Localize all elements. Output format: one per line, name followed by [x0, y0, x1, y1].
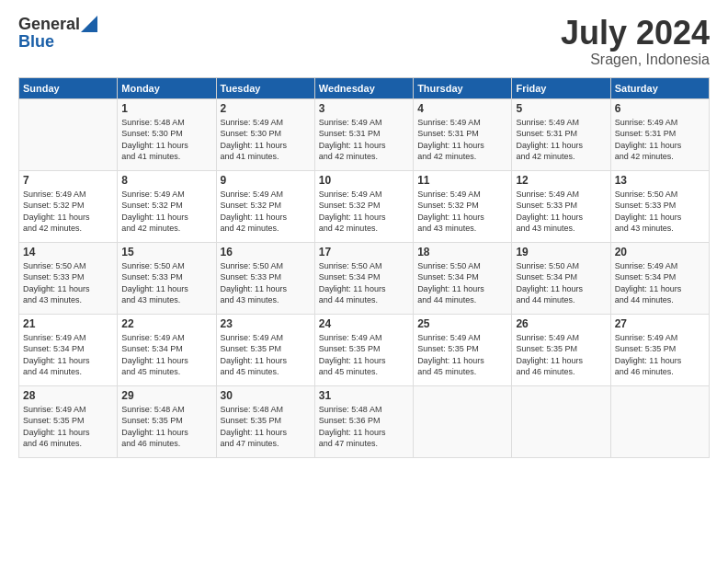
day-cell — [19, 98, 118, 170]
day-number: 4 — [417, 102, 507, 115]
day-number: 12 — [516, 174, 606, 187]
col-tuesday: Tuesday — [216, 77, 314, 98]
day-info: Sunrise: 5:49 AMSunset: 5:31 PMDaylight:… — [319, 117, 409, 163]
day-cell: 14 Sunrise: 5:50 AMSunset: 5:33 PMDaylig… — [19, 242, 118, 314]
day-number: 22 — [121, 317, 211, 330]
day-number: 24 — [319, 317, 409, 330]
day-number: 19 — [516, 246, 606, 259]
day-number: 16 — [221, 246, 311, 259]
day-cell: 17 Sunrise: 5:50 AMSunset: 5:34 PMDaylig… — [314, 242, 413, 314]
day-number: 26 — [516, 317, 606, 330]
day-cell: 4 Sunrise: 5:49 AMSunset: 5:31 PMDayligh… — [414, 98, 512, 170]
day-number: 31 — [319, 389, 409, 402]
day-number: 21 — [23, 317, 113, 330]
week-row-2: 7 Sunrise: 5:49 AMSunset: 5:32 PMDayligh… — [19, 170, 710, 242]
day-cell: 26 Sunrise: 5:49 AMSunset: 5:35 PMDaylig… — [512, 314, 610, 385]
col-monday: Monday — [118, 77, 216, 98]
day-number: 25 — [417, 317, 507, 330]
day-number: 23 — [221, 317, 311, 330]
day-cell: 15 Sunrise: 5:50 AMSunset: 5:33 PMDaylig… — [118, 242, 216, 314]
day-info: Sunrise: 5:49 AMSunset: 5:31 PMDaylight:… — [417, 117, 507, 163]
day-number: 14 — [23, 246, 113, 259]
day-info: Sunrise: 5:49 AMSunset: 5:32 PMDaylight:… — [221, 189, 311, 235]
day-cell: 13 Sunrise: 5:50 AMSunset: 5:33 PMDaylig… — [610, 170, 709, 242]
day-info: Sunrise: 5:49 AMSunset: 5:30 PMDaylight:… — [221, 117, 311, 163]
day-info: Sunrise: 5:50 AMSunset: 5:34 PMDaylight:… — [516, 260, 606, 306]
day-cell — [414, 385, 512, 457]
day-cell: 9 Sunrise: 5:49 AMSunset: 5:32 PMDayligh… — [216, 170, 314, 242]
main-container: General Blue July 2024 Sragen, Indonesia… — [0, 0, 728, 467]
month-title: July 2024 — [561, 15, 710, 52]
svg-marker-0 — [81, 16, 97, 32]
header-row: Sunday Monday Tuesday Wednesday Thursday… — [19, 77, 710, 98]
header: General Blue July 2024 Sragen, Indonesia — [18, 15, 710, 68]
day-cell: 25 Sunrise: 5:49 AMSunset: 5:35 PMDaylig… — [414, 314, 512, 385]
day-cell: 21 Sunrise: 5:49 AMSunset: 5:34 PMDaylig… — [19, 314, 118, 385]
day-number: 28 — [23, 389, 113, 402]
day-cell: 10 Sunrise: 5:49 AMSunset: 5:32 PMDaylig… — [314, 170, 413, 242]
day-info: Sunrise: 5:49 AMSunset: 5:35 PMDaylight:… — [516, 332, 606, 378]
day-cell: 29 Sunrise: 5:48 AMSunset: 5:35 PMDaylig… — [118, 385, 216, 457]
day-info: Sunrise: 5:49 AMSunset: 5:35 PMDaylight:… — [221, 332, 311, 378]
col-wednesday: Wednesday — [314, 77, 413, 98]
logo-blue: Blue — [18, 32, 54, 52]
day-info: Sunrise: 5:49 AMSunset: 5:33 PMDaylight:… — [516, 189, 606, 235]
day-info: Sunrise: 5:49 AMSunset: 5:31 PMDaylight:… — [615, 117, 705, 163]
day-cell — [610, 385, 709, 457]
day-info: Sunrise: 5:50 AMSunset: 5:34 PMDaylight:… — [417, 260, 507, 306]
day-cell — [512, 385, 610, 457]
day-cell: 3 Sunrise: 5:49 AMSunset: 5:31 PMDayligh… — [314, 98, 413, 170]
week-row-4: 21 Sunrise: 5:49 AMSunset: 5:34 PMDaylig… — [19, 314, 710, 385]
day-number: 20 — [615, 246, 705, 259]
week-row-3: 14 Sunrise: 5:50 AMSunset: 5:33 PMDaylig… — [19, 242, 710, 314]
day-number: 8 — [121, 174, 211, 187]
day-cell: 16 Sunrise: 5:50 AMSunset: 5:33 PMDaylig… — [216, 242, 314, 314]
day-cell: 31 Sunrise: 5:48 AMSunset: 5:36 PMDaylig… — [314, 385, 413, 457]
day-number: 27 — [615, 317, 705, 330]
day-cell: 20 Sunrise: 5:49 AMSunset: 5:34 PMDaylig… — [610, 242, 709, 314]
day-cell: 24 Sunrise: 5:49 AMSunset: 5:35 PMDaylig… — [314, 314, 413, 385]
day-cell: 12 Sunrise: 5:49 AMSunset: 5:33 PMDaylig… — [512, 170, 610, 242]
day-info: Sunrise: 5:49 AMSunset: 5:34 PMDaylight:… — [23, 332, 113, 378]
day-info: Sunrise: 5:50 AMSunset: 5:33 PMDaylight:… — [221, 260, 311, 306]
day-cell: 30 Sunrise: 5:48 AMSunset: 5:35 PMDaylig… — [216, 385, 314, 457]
day-number: 30 — [221, 389, 311, 402]
day-info: Sunrise: 5:50 AMSunset: 5:34 PMDaylight:… — [319, 260, 409, 306]
col-saturday: Saturday — [610, 77, 709, 98]
logo-general: General — [18, 15, 80, 34]
day-info: Sunrise: 5:50 AMSunset: 5:33 PMDaylight:… — [121, 260, 211, 306]
day-cell: 5 Sunrise: 5:49 AMSunset: 5:31 PMDayligh… — [512, 98, 610, 170]
day-cell: 23 Sunrise: 5:49 AMSunset: 5:35 PMDaylig… — [216, 314, 314, 385]
day-cell: 18 Sunrise: 5:50 AMSunset: 5:34 PMDaylig… — [414, 242, 512, 314]
day-info: Sunrise: 5:49 AMSunset: 5:32 PMDaylight:… — [121, 189, 211, 235]
location-title: Sragen, Indonesia — [561, 52, 710, 68]
day-number: 10 — [319, 174, 409, 187]
day-info: Sunrise: 5:49 AMSunset: 5:31 PMDaylight:… — [516, 117, 606, 163]
day-cell: 1 Sunrise: 5:48 AMSunset: 5:30 PMDayligh… — [118, 98, 216, 170]
day-number: 2 — [221, 102, 311, 115]
day-info: Sunrise: 5:49 AMSunset: 5:34 PMDaylight:… — [121, 332, 211, 378]
day-info: Sunrise: 5:50 AMSunset: 5:33 PMDaylight:… — [23, 260, 113, 306]
col-friday: Friday — [512, 77, 610, 98]
day-cell: 19 Sunrise: 5:50 AMSunset: 5:34 PMDaylig… — [512, 242, 610, 314]
week-row-5: 28 Sunrise: 5:49 AMSunset: 5:35 PMDaylig… — [19, 385, 710, 457]
day-cell: 28 Sunrise: 5:49 AMSunset: 5:35 PMDaylig… — [19, 385, 118, 457]
day-info: Sunrise: 5:49 AMSunset: 5:35 PMDaylight:… — [615, 332, 705, 378]
day-number: 9 — [221, 174, 311, 187]
calendar-table: Sunday Monday Tuesday Wednesday Thursday… — [18, 77, 710, 458]
day-info: Sunrise: 5:48 AMSunset: 5:30 PMDaylight:… — [121, 117, 211, 163]
day-cell: 8 Sunrise: 5:49 AMSunset: 5:32 PMDayligh… — [118, 170, 216, 242]
day-info: Sunrise: 5:49 AMSunset: 5:34 PMDaylight:… — [615, 260, 705, 306]
week-row-1: 1 Sunrise: 5:48 AMSunset: 5:30 PMDayligh… — [19, 98, 710, 170]
day-info: Sunrise: 5:50 AMSunset: 5:33 PMDaylight:… — [615, 189, 705, 235]
day-number: 13 — [615, 174, 705, 187]
col-sunday: Sunday — [19, 77, 118, 98]
day-cell: 11 Sunrise: 5:49 AMSunset: 5:32 PMDaylig… — [414, 170, 512, 242]
day-info: Sunrise: 5:48 AMSunset: 5:35 PMDaylight:… — [121, 404, 211, 450]
day-cell: 2 Sunrise: 5:49 AMSunset: 5:30 PMDayligh… — [216, 98, 314, 170]
day-info: Sunrise: 5:49 AMSunset: 5:35 PMDaylight:… — [319, 332, 409, 378]
day-info: Sunrise: 5:48 AMSunset: 5:36 PMDaylight:… — [319, 404, 409, 450]
day-cell: 7 Sunrise: 5:49 AMSunset: 5:32 PMDayligh… — [19, 170, 118, 242]
day-number: 17 — [319, 246, 409, 259]
day-cell: 6 Sunrise: 5:49 AMSunset: 5:31 PMDayligh… — [610, 98, 709, 170]
